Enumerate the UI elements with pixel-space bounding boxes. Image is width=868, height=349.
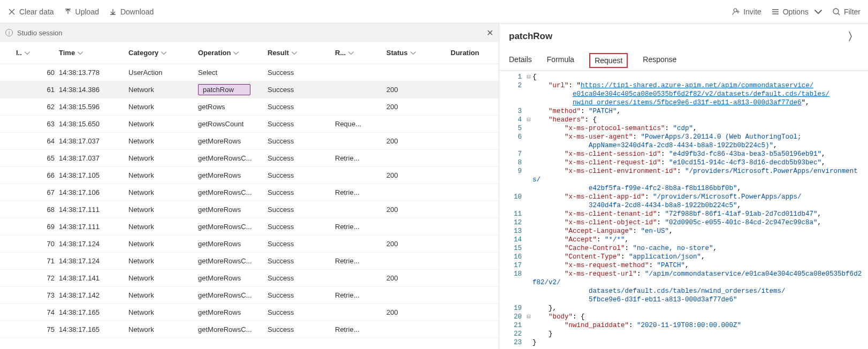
tab-formula[interactable]: Formula: [547, 55, 574, 70]
cell-category: Network: [128, 171, 198, 179]
cell-result: Success: [268, 206, 335, 214]
cell-operation: getMoreRows: [198, 308, 268, 316]
code-text: "x-ms-request-method": "PATCH",: [532, 261, 868, 270]
col-operation[interactable]: Operation: [198, 49, 268, 57]
right-pane: patchRow 〉 Details Formula Request Respo…: [499, 24, 868, 349]
fold-icon[interactable]: ⊟: [525, 313, 532, 321]
code-text: "Accept": "*/*",: [532, 236, 868, 244]
table-row[interactable]: 7514:38:17.165NetworkgetMoreRowsC...Succ…: [0, 321, 499, 338]
download-button[interactable]: Download: [109, 7, 154, 16]
code-line: 7 "x-ms-client-session-id": "e4d9fb3d-fc…: [499, 150, 868, 158]
cell-operation: getMoreRowsC...: [198, 223, 268, 231]
svg-point-0: [734, 9, 737, 12]
code-text: }: [532, 330, 868, 338]
cell-status: 200: [386, 274, 451, 282]
filter-button[interactable]: Filter: [832, 7, 861, 16]
col-id[interactable]: I..: [16, 49, 59, 57]
cell-id: 74: [16, 308, 59, 316]
cell-category: Network: [128, 308, 198, 316]
cell-operation: getMoreRowsC...: [198, 257, 268, 265]
col-status[interactable]: Status: [386, 49, 451, 57]
close-session-button[interactable]: ✕: [486, 28, 493, 38]
code-line: 12 "x-ms-client-object-id": "02d0905c-e0…: [499, 218, 868, 227]
code-line: 2 "url": "https://tip1-shared.azure-apim…: [499, 81, 868, 107]
col-duration[interactable]: Duration: [451, 49, 499, 57]
fold-icon: [525, 270, 532, 304]
fold-icon[interactable]: ⊟: [525, 73, 532, 81]
code-text: "body": {: [532, 313, 868, 321]
code-text: "Content-Type": "application/json",: [532, 253, 868, 261]
cell-operation: getMoreRowsC...: [198, 325, 268, 333]
col-result[interactable]: Result: [268, 49, 335, 57]
table-row[interactable]: 6514:38:17.037NetworkgetMoreRowsC...Succ…: [0, 150, 499, 167]
col-r[interactable]: R...: [335, 49, 386, 57]
tab-response[interactable]: Response: [643, 55, 676, 70]
code-text: "method": "PATCH",: [532, 107, 868, 116]
table-row[interactable]: 6214:38:15.596NetworkgetRowsSuccess200: [0, 98, 499, 116]
invite-icon: [732, 7, 740, 16]
cell-category: Network: [128, 206, 198, 214]
cell-result: Success: [268, 86, 335, 94]
table-row[interactable]: 6314:38:15.650NetworkgetRowsCountSuccess…: [0, 116, 499, 133]
cell-operation: getRows: [198, 103, 268, 111]
clear-data-button[interactable]: Clear data: [7, 7, 54, 16]
table-row[interactable]: 6814:38:17.111NetworkgetMoreRowsSuccess2…: [0, 201, 499, 218]
download-label: Download: [120, 7, 154, 16]
table-row[interactable]: 6614:38:17.105NetworkgetMoreRowsSuccess2…: [0, 167, 499, 184]
cell-category: Network: [128, 257, 198, 265]
code-text: "x-ms-client-session-id": "e4d9fb3d-fc86…: [532, 150, 868, 158]
table-row[interactable]: 7114:38:17.124NetworkgetMoreRowsC...Succ…: [0, 253, 499, 270]
fold-icon: [525, 210, 532, 218]
table-row[interactable]: 6414:38:17.037NetworkgetMoreRowsSuccess2…: [0, 133, 499, 150]
table-row[interactable]: 7014:38:17.124NetworkgetMoreRowsSuccess2…: [0, 236, 499, 253]
line-number: 10: [499, 193, 525, 210]
fold-icon[interactable]: ⊟: [525, 116, 532, 124]
code-editor[interactable]: 1⊟{2 "url": "https://tip1-shared.azure-a…: [499, 71, 868, 349]
table-row[interactable]: 6714:38:17.106NetworkgetMoreRowsC...Succ…: [0, 184, 499, 201]
table-row[interactable]: 6014:38:13.778UserActionSelectSuccess: [0, 64, 499, 81]
line-number: 2: [499, 81, 525, 107]
code-line: 6 "x-ms-user-agent": "PowerApps/3.20114.…: [499, 133, 868, 150]
table-row[interactable]: 6914:38:17.111NetworkgetMoreRowsC...Succ…: [0, 218, 499, 236]
cell-result: Success: [268, 257, 335, 265]
code-text: "x-ms-request-url": "/apim/commondataser…: [532, 270, 868, 304]
expand-arrow-button[interactable]: 〉: [848, 29, 858, 44]
tab-request[interactable]: Request: [589, 53, 628, 68]
col-category[interactable]: Category: [128, 49, 198, 57]
cell-id: 75: [16, 325, 59, 333]
cell-r: Retrie...: [335, 154, 386, 162]
cell-status: 200: [386, 137, 451, 145]
cell-time: 14:38:17.142: [59, 291, 128, 299]
options-button[interactable]: Options: [771, 7, 823, 16]
code-line: 1⊟{: [499, 73, 868, 81]
chevron-down-icon: [814, 7, 823, 16]
tab-details[interactable]: Details: [509, 55, 532, 70]
cell-r: Retrie...: [335, 223, 386, 231]
table-row[interactable]: 6114:38:14.386NetworkpatchRowSuccess200: [0, 81, 499, 98]
cell-operation: getRowsCount: [198, 120, 268, 128]
col-time[interactable]: Time: [59, 49, 128, 57]
fold-icon: [525, 124, 532, 133]
upload-label: Upload: [75, 7, 99, 16]
cell-category: Network: [128, 103, 198, 111]
code-text: "url": "https://tip1-shared.azure-apim.n…: [532, 81, 868, 107]
table-row[interactable]: 7314:38:17.142NetworkgetMoreRowsC...Succ…: [0, 287, 499, 304]
cell-operation: getMoreRowsC...: [198, 188, 268, 196]
invite-button[interactable]: Invite: [732, 7, 761, 16]
upload-icon: [64, 7, 72, 16]
table-body[interactable]: 6014:38:13.778UserActionSelectSuccess611…: [0, 64, 499, 345]
line-number: 21: [499, 321, 525, 330]
table-row[interactable]: 7414:38:17.165NetworkgetMoreRowsSuccess2…: [0, 304, 499, 321]
line-number: 11: [499, 210, 525, 218]
cell-category: Network: [128, 274, 198, 282]
close-icon: [7, 7, 16, 16]
code-text: }: [532, 338, 868, 347]
table-row[interactable]: 7214:38:17.141NetworkgetMoreRowsSuccess2…: [0, 270, 499, 287]
cell-r: Retrie...: [335, 188, 386, 196]
line-number: 4: [499, 116, 525, 124]
code-line: 4⊟ "headers": {: [499, 116, 868, 124]
code-text: },: [532, 304, 868, 313]
upload-button[interactable]: Upload: [64, 7, 99, 16]
fold-icon: [525, 193, 532, 210]
left-pane: i Studio session ✕ I.. Time Category Ope…: [0, 24, 499, 349]
